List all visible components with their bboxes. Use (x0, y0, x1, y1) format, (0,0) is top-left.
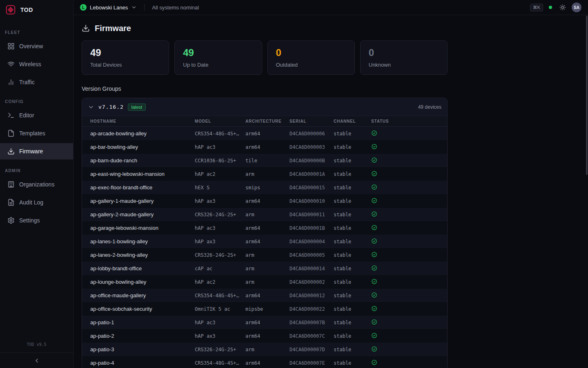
cell-serial: D4CA6D00001A (290, 171, 334, 177)
cell-model: CRS354-48G-4S+… (195, 293, 245, 298)
stat-label: Up to Date (183, 62, 253, 68)
table-row[interactable]: ap-arcade-bowling-alleyCRS354-48G-4S+…ar… (82, 127, 447, 140)
sidebar-item-organizations[interactable]: Organizations (0, 176, 73, 193)
table-header: HOSTNAMEMODELARCHITECTURESERIALCHANNELST… (82, 116, 447, 127)
cell-serial: D4CA6D000005 (290, 252, 334, 258)
sidebar: TOD FLEETOverviewWirelessTrafficCONFIGEd… (0, 0, 74, 368)
table-row[interactable]: ap-gallery-2-maude-galleryCRS326-24G-2S+… (82, 208, 447, 221)
table-row[interactable]: ap-gallery-1-maude-galleryhAP ax3arm64D4… (82, 194, 447, 208)
table-row[interactable]: ap-lanes-1-bowling-alleyhAP ax3arm64D4CA… (82, 235, 447, 248)
table-row[interactable]: ap-east-wing-lebowski-mansionhAP ac2armD… (82, 167, 447, 181)
page-content: Firmware 49Total Devices49Up to Date0Out… (74, 15, 588, 368)
cell-architecture: arm64 (245, 320, 290, 325)
device-table-body: ap-arcade-bowling-alleyCRS354-48G-4S+…ar… (82, 127, 447, 368)
cell-status (371, 292, 447, 299)
list-icon (7, 199, 15, 206)
theme-toggle-button[interactable] (559, 4, 566, 11)
user-avatar[interactable]: SA (572, 2, 581, 12)
cell-model: CRS354-48G-4S+… (195, 131, 245, 137)
nav-section-label: FLEET (5, 30, 68, 35)
table-row[interactable]: ap-exec-floor-brandt-officehEX SsmipsD4C… (82, 181, 447, 194)
cell-architecture: arm64 (245, 144, 290, 150)
org-name: Lebowski Lanes (90, 4, 128, 11)
sidebar-item-editor[interactable]: Editor (0, 107, 73, 123)
cell-status (371, 130, 447, 137)
cell-hostname: ap-arcade-bowling-alley (90, 130, 195, 137)
table-row[interactable]: ap-patio-4CRS354-48G-4S+…arm64D4CA6D0000… (82, 356, 447, 368)
cell-model: CCR1036-8G-2S+ (195, 158, 245, 164)
sidebar-item-overview[interactable]: Overview (0, 38, 73, 54)
cell-architecture: arm64 (245, 293, 290, 298)
health-status-dot (549, 6, 552, 9)
column-header-model: MODEL (195, 119, 245, 123)
status-ok-icon (371, 197, 377, 204)
status-ok-icon (371, 238, 377, 244)
cell-channel: stable (334, 306, 371, 312)
cell-model: hAP ax3 (195, 333, 245, 339)
sidebar-item-audit-log[interactable]: Audit Log (0, 194, 73, 211)
version-group-header[interactable]: v7.16.2 latest 49 devices (82, 98, 447, 116)
table-row[interactable]: ap-bar-bowling-alleyhAP ac3arm64D4CA6D00… (82, 140, 447, 154)
cell-serial: D4CA6D000015 (290, 185, 334, 191)
app-version: TOD v9.5 (0, 342, 73, 352)
building-icon (7, 181, 15, 188)
table-row[interactable]: ap-patio-3CRS326-24G-2S+armD4CA6D00007Ds… (82, 343, 447, 356)
status-ok-icon (371, 171, 377, 177)
stat-card-outdated: 0Outdated (267, 40, 355, 75)
table-row[interactable]: ap-lounge-bowling-alleyhAP ac2armD4CA6D0… (82, 275, 447, 289)
cell-serial: D4CA6D000022 (290, 306, 334, 312)
cell-architecture: arm64 (245, 239, 290, 245)
cell-hostname: ap-patio-4 (90, 360, 195, 366)
sidebar-collapse-button[interactable] (0, 352, 73, 368)
sidebar-item-firmware[interactable]: Firmware (0, 143, 73, 159)
sidebar-item-traffic[interactable]: Traffic (0, 74, 73, 90)
cell-hostname: ap-lanes-1-bowling-alley (90, 238, 195, 245)
status-ok-icon (371, 332, 377, 339)
cell-hostname: ap-patio-3 (90, 346, 195, 352)
cell-model: hAP ac2 (195, 171, 245, 177)
table-row[interactable]: ap-garage-lebowski-mansionhAP ac3arm64D4… (82, 221, 447, 235)
table-row[interactable]: ap-office-sobchak-securityOmniTIK 5 acmi… (82, 302, 447, 316)
scrollbar-thumb[interactable] (586, 16, 588, 175)
app-root: TOD FLEETOverviewWirelessTrafficCONFIGEd… (0, 0, 588, 368)
cell-serial: D4CA6D000010 (290, 198, 334, 204)
cell-architecture: arm64 (245, 333, 290, 339)
status-ok-icon (371, 346, 377, 352)
cell-status (371, 346, 447, 353)
sidebar-item-label: Editor (19, 112, 34, 119)
table-row[interactable]: ap-lanes-2-bowling-alleyCRS326-24G-2S+ar… (82, 248, 447, 262)
sidebar-item-templates[interactable]: Templates (0, 125, 73, 141)
cell-channel: stable (334, 198, 371, 204)
cell-model: hAP ax3 (195, 239, 245, 245)
cell-serial: D4CA6D000012 (290, 293, 334, 298)
sidebar-item-wireless[interactable]: Wireless (0, 56, 73, 72)
cell-model: CRS354-48G-4S+… (195, 360, 245, 366)
sidebar-item-label: Wireless (19, 61, 41, 67)
command-palette-shortcut[interactable]: ⌘K (530, 4, 543, 11)
table-row[interactable]: ap-barn-dude-ranchCCR1036-8G-2S+tileD4CA… (82, 154, 447, 167)
cell-status (371, 332, 447, 340)
table-row[interactable]: ap-lobby-brandt-officecAP acarmD4CA6D000… (82, 262, 447, 275)
table-row[interactable]: ap-patio-2hAP ax3arm64D4CA6D00007Cstable (82, 329, 447, 343)
sidebar-item-settings[interactable]: Settings (0, 212, 73, 229)
cell-hostname: ap-gallery-2-maude-gallery (90, 211, 195, 218)
sidebar-item-label: Firmware (19, 148, 43, 155)
table-row[interactable]: ap-office-maude-galleryCRS354-48G-4S+…ar… (82, 289, 447, 302)
stat-card-up-to-date: 49Up to Date (174, 40, 262, 75)
status-ok-icon (371, 319, 377, 325)
stat-label: Outdated (276, 62, 346, 68)
stat-value: 0 (276, 47, 346, 58)
table-row[interactable]: ap-patio-1hAP ac3arm64D4CA6D00007Bstable (82, 316, 447, 329)
stats-row: 49Total Devices49Up to Date0Outdated0Unk… (82, 40, 448, 75)
grid-icon (7, 43, 15, 50)
cell-hostname: ap-bar-bowling-alley (90, 144, 195, 150)
cell-hostname: ap-patio-1 (90, 319, 195, 325)
cell-status (371, 157, 447, 164)
cell-channel: stable (334, 347, 371, 352)
cell-model: CRS326-24G-2S+ (195, 347, 245, 352)
cell-status (371, 251, 447, 259)
cell-channel: stable (334, 266, 371, 272)
org-switcher[interactable]: L Lebowski Lanes (80, 4, 137, 11)
org-avatar: L (80, 4, 87, 11)
cell-channel: stable (334, 131, 371, 137)
